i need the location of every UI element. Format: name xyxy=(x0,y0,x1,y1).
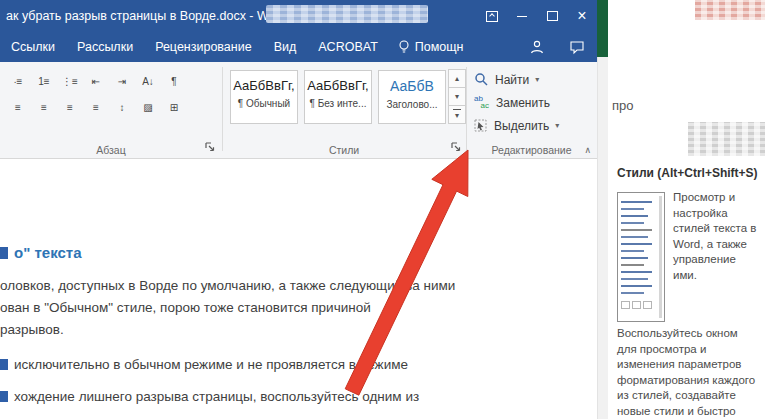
maximize-icon xyxy=(547,11,558,21)
tab-mailings[interactable]: Рассылки xyxy=(66,32,144,62)
clipped-heading-fragment xyxy=(0,247,8,259)
replace-label: Заменить xyxy=(496,96,550,110)
styles-gallery-scroll: ▴ ▾ ▾ xyxy=(448,70,466,124)
select-button[interactable]: Выделить ▾ xyxy=(474,114,559,137)
justify-button[interactable]: ≡ xyxy=(84,96,108,119)
gallery-scroll-down-button[interactable]: ▾ xyxy=(448,87,466,106)
style-preview: АаБбВвГг, xyxy=(305,78,371,93)
shading-button[interactable]: ▨ xyxy=(136,96,160,119)
group-separator xyxy=(466,67,467,151)
dialog-launcher-icon xyxy=(204,141,216,153)
increase-indent-button[interactable]: ⇥ xyxy=(110,70,134,93)
green-window-edge xyxy=(597,0,608,57)
paragraph-dialog-launcher[interactable] xyxy=(203,140,217,154)
document-heading: о" текста xyxy=(14,244,81,261)
tab-review[interactable]: Рецензирование xyxy=(144,32,263,62)
censored-block xyxy=(266,5,428,23)
tab-acrobat[interactable]: ACROBAT xyxy=(307,32,389,62)
window-controls: × xyxy=(477,0,597,32)
numbering-button[interactable]: 1≡ xyxy=(32,70,56,93)
right-panel: про Стили (Alt+Ctrl+Shift+S) Просмотр и … xyxy=(608,0,765,419)
replace-button[interactable]: ab ac Заменить xyxy=(474,91,559,114)
tooltip-title: Стили (Alt+Ctrl+Shift+S) xyxy=(610,166,762,180)
chat-icon xyxy=(569,39,585,55)
censored-block xyxy=(695,0,765,20)
borders-button[interactable]: ⊞ xyxy=(162,96,186,119)
document-title: ак убрать разрыв страницы в Ворде.docx -… xyxy=(0,9,287,23)
share-person-button[interactable] xyxy=(517,32,557,62)
title-bar: ак убрать разрыв страницы в Ворде.docx -… xyxy=(0,0,597,32)
document-line: хождение лишнего разрыва страницы, воспо… xyxy=(14,389,419,404)
screenshot-stage: ак убрать разрыв страницы в Ворде.docx -… xyxy=(0,0,765,419)
style-name: Заголово... xyxy=(379,99,445,110)
gallery-scroll-up-button[interactable]: ▴ xyxy=(448,69,466,88)
comments-button[interactable] xyxy=(557,32,597,62)
paragraph-group-row2: ≡ ≡ ≡ ≡ ↕ ▨ ⊞ xyxy=(6,96,186,119)
tooltip-body: Просмотр и настройка стилей текста в Wor… xyxy=(610,190,762,419)
document-line: ован в "Обычном" стиле, порою тоже стано… xyxy=(0,300,371,315)
document-line: разрывов. xyxy=(0,322,64,337)
censored-block xyxy=(688,122,765,156)
minimize-icon xyxy=(517,16,527,17)
clipped-text-fragment xyxy=(0,359,8,370)
lightbulb-icon xyxy=(397,39,411,55)
select-cursor-icon xyxy=(474,119,488,133)
tab-view[interactable]: Вид xyxy=(263,32,308,62)
tab-references[interactable]: Ссылки xyxy=(0,32,66,62)
ribbon: ∙≡ 1≡ ⋮≡ ⇤ ⇥ А↓ ¶ ≡ ≡ ≡ ≡ ↕ ▨ ⊞ АаБбВвГг… xyxy=(0,62,597,158)
clipped-text-fragment xyxy=(0,391,8,402)
line-spacing-button[interactable]: ↕ xyxy=(110,96,134,119)
document-page[interactable]: о" текста оловков, доступных в Ворде по … xyxy=(0,159,597,419)
chevron-down-icon: ▾ xyxy=(555,121,559,130)
style-preview: АаБбВвГг, xyxy=(231,78,297,93)
magnifier-icon xyxy=(474,72,489,87)
group-separator xyxy=(222,67,223,151)
clipped-text: про xyxy=(612,98,634,113)
collapse-ribbon-button[interactable]: ∧ xyxy=(584,145,591,155)
styles-pane-thumbnail xyxy=(617,192,665,322)
styles-gallery: АаБбВвГг, ¶ Обычный АаБбВвГг, ¶ Без инте… xyxy=(230,70,446,124)
ribbon-display-options-button[interactable] xyxy=(477,0,507,32)
styles-group-label: Стили xyxy=(222,144,466,156)
person-icon xyxy=(529,39,545,55)
chevron-down-icon: ▾ xyxy=(535,75,539,84)
style-card-no-spacing[interactable]: АаБбВвГг, ¶ Без инте... xyxy=(304,70,372,124)
thumbnail-buttons xyxy=(621,301,657,309)
style-name: ¶ Без инте... xyxy=(305,98,371,109)
select-label: Выделить xyxy=(494,119,549,133)
align-center-button[interactable]: ≡ xyxy=(32,96,56,119)
styles-dialog-launcher[interactable] xyxy=(449,140,463,154)
document-line: оловков, доступных в Ворде по умолчанию,… xyxy=(0,278,455,293)
gallery-more-button[interactable]: ▾ xyxy=(448,105,466,124)
minimize-button[interactable] xyxy=(507,0,537,32)
ribbon-tab-bar: Ссылки Рассылки Рецензирование Вид ACROB… xyxy=(0,32,597,62)
ribbon-options-icon xyxy=(486,11,498,22)
find-label: Найти xyxy=(495,73,529,87)
decrease-indent-button[interactable]: ⇤ xyxy=(84,70,108,93)
align-left-button[interactable]: ≡ xyxy=(6,96,30,119)
editing-group: Найти ▾ ab ac Заменить Выделить ▾ xyxy=(474,68,559,137)
styles-supertooltip: Стили (Alt+Ctrl+Shift+S) Просмотр и наст… xyxy=(610,166,762,419)
multilevel-list-button[interactable]: ⋮≡ xyxy=(58,70,82,93)
thumbnail-scrollbar xyxy=(659,196,662,318)
tabbar-spacer xyxy=(471,32,517,62)
sort-button[interactable]: А↓ xyxy=(136,70,160,93)
style-name: ¶ Обычный xyxy=(231,98,297,109)
show-formatting-marks-button[interactable]: ¶ xyxy=(162,70,186,93)
style-card-normal[interactable]: АаБбВвГг, ¶ Обычный xyxy=(230,70,298,124)
replace-icon: ab ac xyxy=(474,95,490,110)
document-line: исключительно в обычном режиме и не проя… xyxy=(14,357,408,372)
tab-tell-me[interactable]: Помощн xyxy=(389,32,472,62)
find-button[interactable]: Найти ▾ xyxy=(474,68,559,91)
editing-group-label: Редактирование xyxy=(466,144,597,156)
maximize-button[interactable] xyxy=(537,0,567,32)
align-right-button[interactable]: ≡ xyxy=(58,96,82,119)
close-button[interactable]: × xyxy=(567,0,597,32)
style-preview: АаБбВ xyxy=(379,78,445,94)
style-card-heading1[interactable]: АаБбВ Заголово... xyxy=(378,70,446,124)
tab-tell-me-label: Помощн xyxy=(415,32,464,62)
dialog-launcher-icon xyxy=(450,141,462,153)
bullets-button[interactable]: ∙≡ xyxy=(6,70,30,93)
paragraph-group-row1: ∙≡ 1≡ ⋮≡ ⇤ ⇥ А↓ ¶ xyxy=(6,70,186,93)
paragraph-group-label: Абзац xyxy=(0,144,222,156)
